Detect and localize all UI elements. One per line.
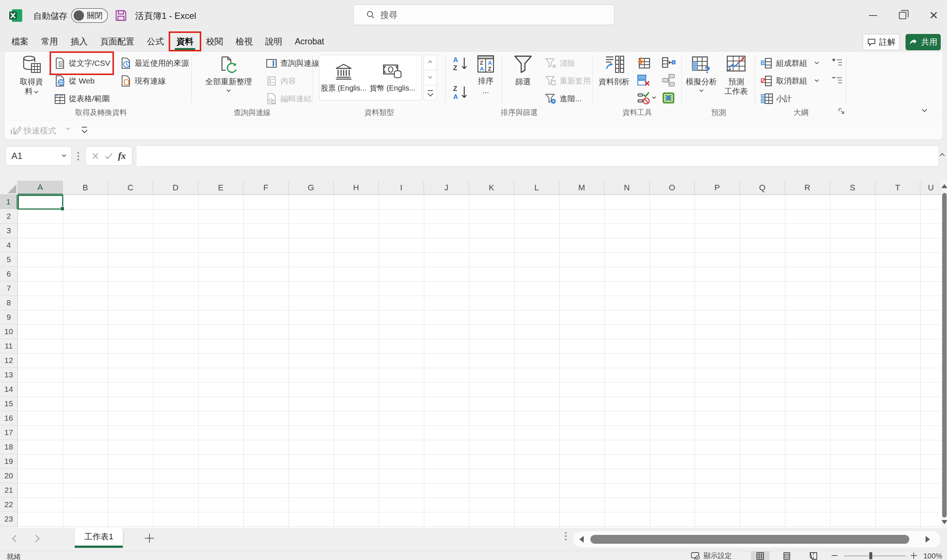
- row-header-20[interactable]: 20: [0, 469, 17, 483]
- horizontal-scroll-thumb[interactable]: [591, 535, 909, 544]
- row-header-10[interactable]: 10: [0, 325, 17, 339]
- column-header-D[interactable]: D: [153, 181, 198, 194]
- select-all-corner[interactable]: [0, 181, 18, 195]
- next-sheet-button[interactable]: [32, 535, 40, 542]
- stocks-button[interactable]: 股票 (Englis...: [319, 55, 368, 100]
- zoom-in-button[interactable]: [911, 552, 917, 559]
- zoom-slider-track[interactable]: [844, 555, 905, 556]
- formula-bar-splitter[interactable]: [77, 155, 79, 157]
- scroll-right-icon[interactable]: [925, 536, 930, 543]
- enter-icon[interactable]: [104, 152, 113, 160]
- group-button[interactable]: 組成群組: [760, 55, 818, 71]
- tab-檔案[interactable]: 檔案: [5, 31, 35, 52]
- column-header-A[interactable]: A: [18, 181, 63, 194]
- column-header-O[interactable]: O: [649, 181, 695, 194]
- row-header-12[interactable]: 12: [0, 353, 17, 368]
- maximize-restore-button[interactable]: [892, 0, 913, 31]
- vertical-scrollbar[interactable]: [941, 181, 947, 528]
- worksheet-cells[interactable]: [18, 195, 941, 528]
- insert-function-button[interactable]: fx: [118, 151, 126, 162]
- formula-input[interactable]: [136, 146, 939, 166]
- gallery-up-button[interactable]: [424, 55, 437, 70]
- zoom-slider-thumb[interactable]: [869, 552, 872, 559]
- recent-sources-button[interactable]: 最近使用的來源: [120, 55, 189, 71]
- forecast-sheet-button[interactable]: 預測 工作表: [719, 54, 753, 97]
- tab-資料[interactable]: 資料: [170, 31, 200, 52]
- search-input[interactable]: [380, 10, 588, 20]
- minimize-button[interactable]: [863, 0, 883, 31]
- column-header-B[interactable]: B: [63, 181, 108, 194]
- what-if-analysis-button[interactable]: ? 模擬分析: [685, 54, 718, 92]
- row-header-1[interactable]: 1: [0, 195, 17, 209]
- autosave-toggle[interactable]: 關閉: [71, 8, 108, 23]
- existing-connections-button[interactable]: 現有連線: [120, 73, 166, 89]
- comments-button[interactable]: 註解: [863, 34, 900, 50]
- row-header-8[interactable]: 8: [0, 296, 17, 310]
- save-icon[interactable]: [115, 9, 127, 22]
- subtotal-button[interactable]: 小計: [760, 91, 792, 106]
- row-header-21[interactable]: 21: [0, 483, 17, 497]
- column-header-M[interactable]: M: [559, 181, 605, 194]
- currencies-button[interactable]: 貨幣 (Englis...: [368, 55, 417, 100]
- column-header-Q[interactable]: Q: [740, 181, 785, 194]
- column-header-I[interactable]: I: [379, 181, 424, 194]
- column-header-S[interactable]: S: [830, 181, 875, 194]
- gallery-down-button[interactable]: [424, 70, 437, 85]
- row-header-6[interactable]: 6: [0, 267, 17, 281]
- sort-descending-button[interactable]: Z A: [452, 84, 469, 101]
- row-header-9[interactable]: 9: [0, 310, 17, 325]
- display-settings-button[interactable]: 顯示設定: [691, 551, 732, 560]
- column-header-H[interactable]: H: [334, 181, 379, 194]
- row-header-5[interactable]: 5: [0, 252, 17, 267]
- text-to-columns-button[interactable]: 資料剖析: [596, 54, 632, 86]
- ungroup-button[interactable]: 取消群組: [760, 73, 818, 89]
- get-data-button[interactable]: 取得資 料: [15, 54, 47, 97]
- column-header-R[interactable]: R: [785, 181, 830, 194]
- filter-button[interactable]: 篩選: [508, 54, 538, 86]
- sort-button[interactable]: Z A A Z 排序 ...: [472, 54, 499, 96]
- row-header-14[interactable]: 14: [0, 382, 17, 397]
- close-button[interactable]: ✕: [923, 0, 944, 31]
- vertical-scroll-thumb[interactable]: [942, 193, 947, 517]
- row-header-17[interactable]: 17: [0, 425, 17, 440]
- add-sheet-button[interactable]: [145, 534, 154, 543]
- column-header-P[interactable]: P: [695, 181, 740, 194]
- show-detail-button[interactable]: [831, 58, 843, 67]
- column-header-L[interactable]: L: [514, 181, 559, 194]
- view-normal-button[interactable]: [751, 551, 770, 560]
- row-header-15[interactable]: 15: [0, 397, 17, 411]
- column-header-F[interactable]: F: [244, 181, 288, 194]
- name-box[interactable]: A1: [5, 146, 72, 166]
- row-header-4[interactable]: 4: [0, 238, 17, 252]
- column-header-G[interactable]: G: [288, 181, 334, 194]
- advanced-filter-button[interactable]: 進階...: [545, 91, 582, 106]
- column-header-E[interactable]: E: [198, 181, 244, 194]
- data-validation-button[interactable]: [636, 91, 655, 105]
- from-web-button[interactable]: 從 Web: [54, 73, 95, 89]
- view-page-break-button[interactable]: [804, 551, 823, 560]
- gallery-more-button[interactable]: [424, 85, 437, 100]
- sheet-tab-active[interactable]: 工作表1: [75, 528, 123, 548]
- collapse-ribbon-button[interactable]: [922, 107, 926, 114]
- hide-detail-button[interactable]: [831, 75, 843, 85]
- remove-duplicates-button[interactable]: [636, 73, 650, 87]
- column-header-C[interactable]: C: [108, 181, 153, 194]
- column-header-N[interactable]: N: [605, 181, 649, 194]
- selected-cell[interactable]: [18, 195, 63, 209]
- tab-Acrobat[interactable]: Acrobat: [288, 31, 330, 52]
- collapse-formula-bar-button[interactable]: [940, 152, 944, 159]
- tab-常用[interactable]: 常用: [35, 31, 64, 52]
- tab-公式[interactable]: 公式: [140, 31, 170, 52]
- share-button[interactable]: 共用: [905, 34, 941, 50]
- expand-toolbar-icon[interactable]: [82, 126, 87, 132]
- column-header-U[interactable]: U: [920, 181, 941, 194]
- queries-connections-button[interactable]: 查詢與連線: [265, 55, 319, 71]
- view-page-layout-button[interactable]: [777, 551, 796, 560]
- row-header-11[interactable]: 11: [0, 339, 17, 353]
- tab-頁面配置[interactable]: 頁面配置: [94, 31, 140, 52]
- column-header-T[interactable]: T: [875, 181, 920, 194]
- search-box[interactable]: [353, 5, 614, 25]
- previous-sheet-button[interactable]: [12, 535, 20, 542]
- scroll-left-icon[interactable]: [579, 536, 584, 543]
- tab-插入[interactable]: 插入: [64, 31, 94, 52]
